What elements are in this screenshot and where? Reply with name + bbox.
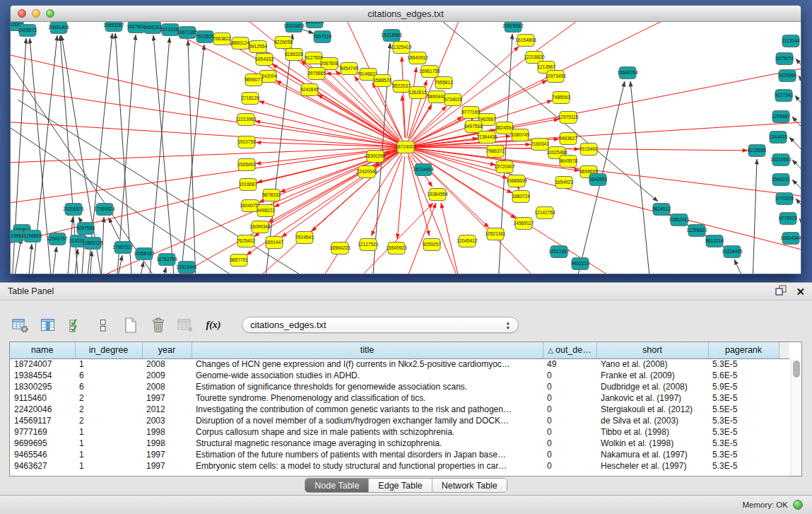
table-cell[interactable]: 1 [75,358,142,370]
graph-node[interactable]: 15549923 [386,243,407,255]
new-document-icon[interactable] [122,317,140,334]
graph-node[interactable]: 16648784 [617,67,638,79]
table-row[interactable]: 946362711997Embryonic stem cells: a mode… [10,460,789,472]
minimize-window-icon[interactable] [32,9,40,18]
graph-node[interactable]: 9462210 [571,258,589,270]
graph-node[interactable]: 1156869 [23,230,42,243]
table-cell[interactable]: Estimation of significance thresholds fo… [192,381,543,392]
graph-node[interactable]: 9329366 [778,70,796,82]
graph-node[interactable]: 10604344 [780,233,801,245]
graph-node[interactable]: 16154808 [515,35,536,47]
graph-node[interactable]: 22420046 [356,166,377,178]
column-select-icon[interactable] [39,317,57,334]
graph-node[interactable]: 1880724 [512,191,530,203]
graph-node[interactable]: 10653287 [103,22,124,32]
table-cell[interactable]: de Silva et al. (2003) [596,415,708,426]
graph-node[interactable]: 5912954 [249,41,267,53]
table-cell[interactable]: 9115460 [10,392,75,404]
table-cell[interactable]: Franke et al. (2009) [596,370,708,381]
table-selector-dropdown[interactable]: citations_edges.txt ▲ ▼ [242,317,519,333]
table-cell[interactable]: 1 [75,460,142,472]
table-cell[interactable]: 1997 [142,392,192,404]
table-cell[interactable]: 2 [75,415,142,426]
graph-node[interactable]: 1080749 [511,129,529,141]
graph-node[interactable]: 9259257 [423,239,441,251]
table-row[interactable]: 1456911722003Disruption of a novel membe… [10,415,789,426]
tab-node-table[interactable]: Node Table [305,479,369,492]
table-cell[interactable]: 0 [543,415,596,426]
graph-node[interactable]: 8454749 [340,63,358,75]
graph-node[interactable]: 18300295 [365,151,386,163]
graph-node[interactable]: 9896077 [245,74,263,86]
table-row[interactable]: 1830029562008Estimation of significance … [10,381,789,392]
graph-node[interactable]: 1362615 [408,87,427,99]
table-row[interactable]: 969969511998Structural magnetic resonanc… [10,438,789,449]
table-cell[interactable]: 19384554 [10,370,75,381]
graph-node[interactable]: 16021667 [548,246,570,258]
table-cell[interactable]: Investigating the contribution of common… [192,404,543,415]
table-cell[interactable]: 2 [75,392,142,404]
graph-node[interactable]: 9649578 [559,156,577,168]
table-cell[interactable]: Embryonic stem cells: a model to study s… [192,460,543,472]
table-cell[interactable]: 5.3E-5 [708,392,779,404]
graph-node[interactable]: 12975115 [558,112,579,124]
graph-node[interactable]: 7986372 [486,146,505,158]
graph-node[interactable]: 10958187 [134,248,155,260]
graph-node[interactable]: 2405572 [18,25,37,37]
table-cell[interactable]: Hescheler et al. (1997) [596,460,708,472]
table-cell[interactable]: 2012 [142,404,192,415]
graph-node[interactable]: 8215955 [748,145,766,157]
table-row[interactable]: 2242004622012Investigating the contribut… [10,404,789,415]
table-cell[interactable]: Dudbridge et al. (2008) [596,381,708,392]
graph-node[interactable]: 1916687 [239,179,257,191]
column-header-pagerank[interactable]: pagerank [708,342,779,358]
table-cell[interactable]: 0 [543,392,596,404]
graph-node[interactable]: 8226058 [274,37,293,49]
graph-node[interactable]: 19384554 [427,189,448,201]
table-cell[interactable]: 9699695 [10,438,75,449]
graph-node[interactable]: 16210643 [770,154,792,166]
graph-node[interactable]: 6778025 [779,213,797,225]
network-canvas[interactable]: 2005301240557220691406106532871527602646… [11,22,801,274]
graph-node[interactable]: 9097588 [76,223,95,235]
tab-edge-table[interactable]: Edge Table [369,479,432,492]
graph-node[interactable]: 7625402 [237,235,255,247]
graph-node[interactable]: 12142753 [534,207,555,219]
column-header-short[interactable]: short [596,342,708,358]
table-scrollbar[interactable] [791,359,801,476]
graph-node[interactable]: 8186328 [285,49,303,61]
graph-node[interactable]: 8813054 [305,22,324,28]
table-cell[interactable]: 5.6E-5 [708,370,779,381]
graph-node[interactable]: 17359924 [94,204,115,216]
graph-node[interactable]: 16671385 [177,27,198,39]
graph-node[interactable]: 1691447 [265,237,283,249]
graph-node[interactable]: 1770335 [775,193,794,205]
graph-node[interactable]: 11325419 [392,42,412,54]
table-cell[interactable]: 0 [543,370,596,381]
graph-node[interactable]: 3975885 [307,68,326,80]
graph-node[interactable]: 7663822 [213,33,231,45]
graph-node[interactable]: 2718126 [241,93,259,105]
graph-node[interactable]: 7515526 [196,31,214,43]
graph-node[interactable]: 1112044 [782,35,800,47]
table-cell[interactable]: 1998 [142,426,192,438]
graph-node[interactable]: 9115460 [579,144,598,156]
graph-node[interactable]: 17957227 [112,242,134,254]
graph-node[interactable]: 15218586 [381,30,402,42]
graph-node[interactable]: 1565493 [237,159,256,171]
close-panel-icon[interactable]: ✕ [796,285,805,299]
table-cell[interactable]: 2008 [142,358,192,370]
graph-node[interactable]: 1244415 [769,132,787,144]
graph-node[interactable]: 20206576 [63,204,84,216]
graph-node[interactable]: 16961758 [419,66,440,78]
graph-node[interactable]: 4498222 [257,205,275,217]
table-cell[interactable]: 0 [543,449,596,460]
graph-node[interactable]: 9463627 [559,133,577,145]
table-row[interactable]: 977716911998Corpus callosum shape and si… [10,426,789,438]
function-builder-icon[interactable]: f(x) [204,317,223,334]
tab-network-table[interactable]: Network Table [433,479,507,492]
table-cell[interactable]: 9465546 [10,449,75,460]
graph-node[interactable]: 16594223 [329,243,351,255]
table-cell[interactable]: 5.5E-5 [708,404,779,415]
column-header-in_degree[interactable]: in_degree [75,342,142,358]
